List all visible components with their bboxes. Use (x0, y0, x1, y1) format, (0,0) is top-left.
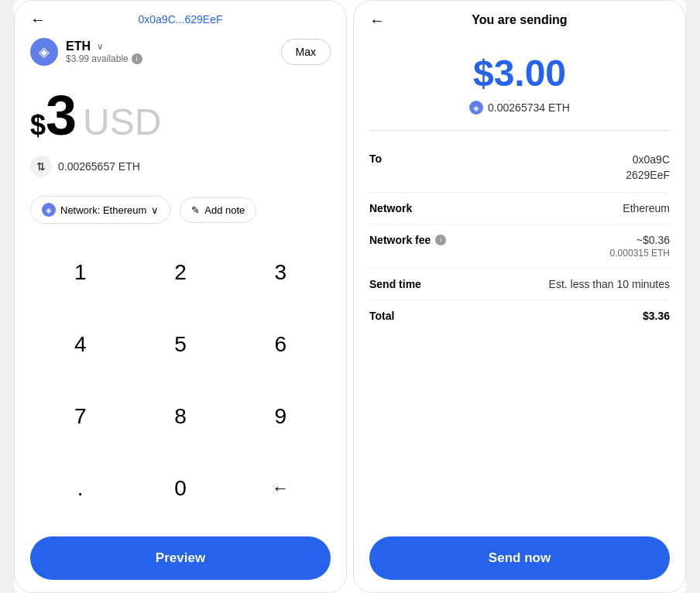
key-2[interactable]: 2 (130, 236, 230, 308)
token-name-group: ETH ∨ $3.99 available i (66, 39, 142, 64)
total-row: Total $3.36 (369, 300, 670, 331)
wallet-address: 0x0a9C...629EeF (139, 13, 223, 26)
fee-value: ~$0.36 0.000315 ETH (610, 234, 670, 259)
back-button-screen1[interactable]: ← (30, 11, 46, 29)
total-label: Total (369, 310, 394, 322)
screen2-title: You are sending (472, 13, 567, 27)
token-info[interactable]: ◈ ETH ∨ $3.99 available i (30, 38, 142, 66)
fee-info-icon: i (435, 235, 446, 245)
add-note-label: Add note (204, 204, 245, 216)
eth-token-icon: ◈ (30, 38, 58, 66)
network-row-confirm: Network Ethereum (369, 193, 670, 225)
max-button[interactable]: Max (281, 39, 331, 65)
info-icon: i (132, 53, 142, 64)
dollar-sign: $ (30, 109, 46, 142)
to-address: 0x0a9C 2629EeF (626, 153, 670, 183)
amount-currency: USD (83, 101, 161, 143)
screen2-header: ← You are sending (354, 1, 685, 33)
to-label: To (369, 153, 382, 165)
swap-icon[interactable]: ⇅ (30, 156, 52, 177)
fee-label-row: Network fee i (369, 234, 446, 246)
token-row: ◈ ETH ∨ $3.99 available i Max (15, 32, 346, 72)
eth-conversion-row: ⇅ 0.00265657 ETH (15, 149, 346, 190)
confirm-amount-section: $3.00 ◈ 0.00265734 ETH (354, 33, 685, 130)
send-amount-screen: ← 0x0a9C...629EeF ◈ ETH ∨ $3.99 availabl… (14, 0, 347, 593)
fee-eth: 0.000315 ETH (610, 248, 670, 259)
network-label: Network: Ethereum (60, 204, 146, 216)
screen1-header: ← 0x0a9C...629EeF (15, 1, 346, 32)
key-4[interactable]: 4 (30, 308, 130, 380)
add-note-button[interactable]: ✎ Add note (180, 197, 256, 223)
key-dot[interactable]: . (30, 452, 130, 524)
key-3[interactable]: 3 (231, 236, 331, 308)
key-8[interactable]: 8 (130, 380, 230, 452)
send-now-button[interactable]: Send now (369, 536, 670, 580)
details-section: To 0x0a9C 2629EeF Network Ethereum Netwo… (354, 131, 685, 344)
confirm-eth-amount: 0.00265734 ETH (488, 101, 570, 114)
network-value-confirm: Ethereum (623, 202, 670, 214)
network-selector[interactable]: ◈ Network: Ethereum ∨ (30, 196, 170, 224)
eth-conversion-text: 0.00265657 ETH (58, 160, 140, 173)
amount-number: 3 (46, 87, 77, 143)
key-1[interactable]: 1 (30, 236, 130, 308)
key-9[interactable]: 9 (231, 380, 331, 452)
total-value: $3.36 (643, 310, 670, 322)
confirm-usd-amount: $3.00 (473, 52, 566, 94)
confirm-eth-icon: ◈ (469, 101, 483, 115)
fee-label: Network fee (369, 234, 431, 246)
token-name: ETH (66, 39, 91, 53)
network-label-confirm: Network (369, 202, 412, 214)
confirm-eth-row: ◈ 0.00265734 ETH (469, 101, 570, 115)
back-button-screen2[interactable]: ← (369, 12, 385, 29)
fee-row: Network fee i ~$0.36 0.000315 ETH (369, 225, 670, 269)
amount-display: $ 3 USD (15, 72, 346, 149)
numpad: 1 2 3 4 5 6 7 8 9 . 0 ← (15, 236, 346, 524)
network-eth-icon: ◈ (42, 203, 56, 217)
preview-button[interactable]: Preview (30, 536, 331, 580)
pencil-icon: ✎ (191, 204, 200, 216)
key-0[interactable]: 0 (130, 452, 230, 524)
key-5[interactable]: 5 (130, 308, 230, 380)
to-row: To 0x0a9C 2629EeF (369, 143, 670, 193)
token-chevron-icon: ∨ (97, 41, 104, 52)
key-6[interactable]: 6 (231, 308, 331, 380)
send-time-row: Send time Est. less than 10 minutes (369, 269, 670, 300)
send-confirmation-screen: ← You are sending $3.00 ◈ 0.00265734 ETH… (353, 0, 686, 593)
send-time-label: Send time (369, 278, 421, 290)
send-time-value: Est. less than 10 minutes (549, 278, 670, 290)
token-balance: $3.99 available i (66, 53, 142, 64)
key-backspace[interactable]: ← (231, 452, 331, 524)
key-7[interactable]: 7 (30, 380, 130, 452)
network-chevron: ∨ (151, 204, 159, 216)
network-row: ◈ Network: Ethereum ∨ ✎ Add note (15, 190, 346, 236)
